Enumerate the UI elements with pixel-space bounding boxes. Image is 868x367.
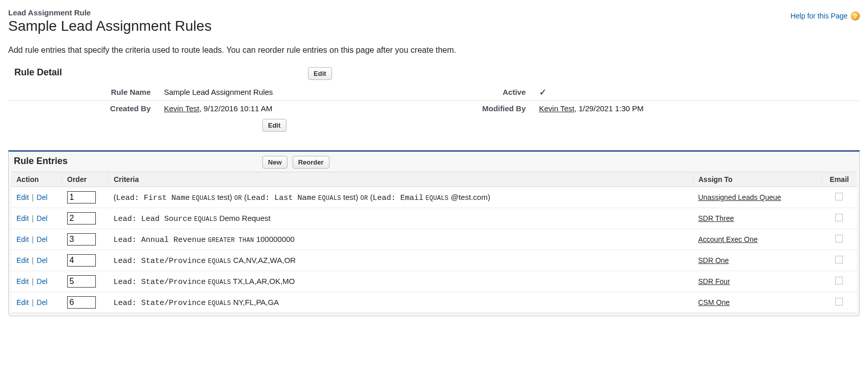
criteria-cell: Lead: State/Province EQUALS NY,FL,PA,GA [109,292,693,313]
action-separator: | [31,214,35,222]
edit-link[interactable]: Edit [16,298,29,307]
label-created-by: Created By [8,101,160,116]
label-modified-by: Modified By [383,101,535,116]
email-checkbox[interactable] [835,214,843,221]
page-title: Sample Lead Assignment Rules [8,18,212,34]
email-checkbox[interactable] [835,235,843,242]
value-rule-name: Sample Lead Assignment Rules [160,83,383,101]
assign-to-link[interactable]: SDR Four [698,277,730,286]
modified-by-timestamp: , 1/29/2021 1:30 PM [574,104,644,113]
criteria-cell: Lead: Lead Source EQUALS Demo Request [109,208,693,229]
new-button[interactable]: New [262,156,287,169]
del-link[interactable]: Del [37,193,48,201]
assign-to-link[interactable]: SDR Three [698,214,734,222]
label-rule-name: Rule Name [8,83,160,101]
label-active: Active [383,83,535,101]
value-modified-by: Kevin Test, 1/29/2021 1:30 PM [535,101,860,116]
order-input[interactable] [67,212,96,225]
modified-by-user-link[interactable]: Kevin Test [539,104,574,113]
order-input[interactable] [67,275,96,288]
edit-button-top[interactable]: Edit [308,67,332,80]
order-input[interactable] [67,191,96,203]
rule-detail-title: Rule Detail [14,67,62,78]
value-created-by: Kevin Test, 9/12/2016 10:11 AM [160,101,383,116]
email-checkbox[interactable] [835,193,843,200]
email-checkbox[interactable] [835,298,843,305]
help-icon: ? [851,11,860,21]
action-separator: | [31,235,35,243]
criteria-cell: Lead: State/Province EQUALS TX,LA,AR,OK,… [109,271,693,292]
criteria-cell: Lead: Annual Revenue GREATER THAN 100000… [109,229,693,250]
table-row: Edit | DelLead: State/Province EQUALS TX… [11,271,857,292]
del-link[interactable]: Del [37,214,48,222]
rule-detail-table: Rule Name Sample Lead Assignment Rules A… [8,83,860,116]
table-row: Edit | DelLead: State/Province EQUALS NY… [11,292,857,313]
help-link[interactable]: Help for this Page [791,12,848,20]
rule-entries-table: Action Order Criteria Assign To Email Ed… [11,172,857,313]
col-assign-to: Assign To [693,172,822,187]
col-criteria: Criteria [109,172,693,187]
assign-to-link[interactable]: Account Exec One [698,235,758,243]
order-input[interactable] [67,254,96,267]
order-input[interactable] [67,233,96,246]
col-order: Order [62,172,109,187]
criteria-cell: Lead: State/Province EQUALS CA,NV,AZ,WA,… [109,250,693,271]
col-email: Email [822,172,857,187]
edit-link[interactable]: Edit [16,214,29,222]
del-link[interactable]: Del [37,256,48,264]
table-row: Edit | Del(Lead: First Name EQUALS test)… [11,187,857,208]
action-separator: | [31,193,35,201]
table-row: Edit | DelLead: Lead Source EQUALS Demo … [11,208,857,229]
table-row: Edit | DelLead: Annual Revenue GREATER T… [11,229,857,250]
col-action: Action [11,172,62,187]
assign-to-link[interactable]: SDR One [698,256,729,264]
del-link[interactable]: Del [37,235,48,243]
active-checkmark-icon: ✓ [539,87,547,98]
table-row: Edit | DelLead: State/Province EQUALS CA… [11,250,857,271]
assign-to-link[interactable]: CSM One [698,298,730,307]
order-input[interactable] [67,296,96,309]
action-separator: | [31,277,35,286]
action-separator: | [31,256,35,264]
edit-link[interactable]: Edit [16,193,29,201]
action-separator: | [31,298,35,307]
edit-link[interactable]: Edit [16,277,29,286]
edit-button-bottom[interactable]: Edit [262,119,286,132]
del-link[interactable]: Del [37,277,48,286]
email-checkbox[interactable] [835,277,843,284]
del-link[interactable]: Del [37,298,48,307]
rule-entries-title: Rule Entries [14,156,68,167]
reorder-button[interactable]: Reorder [293,156,329,169]
assign-to-link[interactable]: Unassigned Leads Queue [698,193,781,201]
intro-text: Add rule entries that specify the criter… [8,46,860,55]
edit-link[interactable]: Edit [16,256,29,264]
email-checkbox[interactable] [835,256,843,263]
created-by-timestamp: , 9/12/2016 10:11 AM [199,104,273,113]
criteria-cell: (Lead: First Name EQUALS test) OR (Lead:… [109,187,693,208]
help-for-page[interactable]: Help for this Page ? [791,11,860,21]
page-type-label: Lead Assignment Rule [8,8,212,17]
created-by-user-link[interactable]: Kevin Test [164,104,199,113]
edit-link[interactable]: Edit [16,235,29,243]
